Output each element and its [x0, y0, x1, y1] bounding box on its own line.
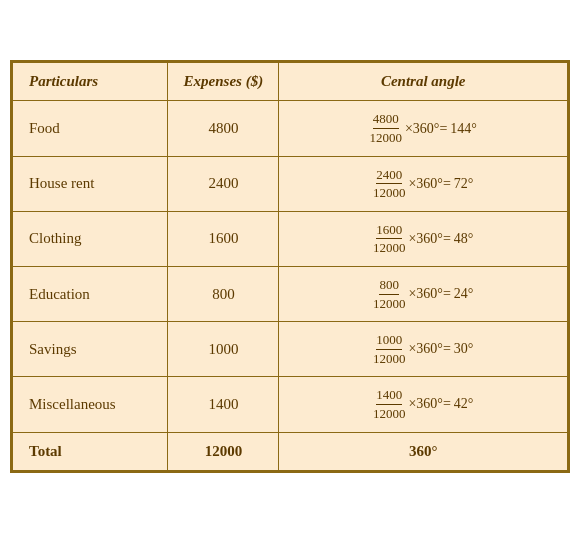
angle-cell: 240012000×360°=72° — [279, 156, 568, 211]
times-sign: ×360°= — [408, 341, 450, 357]
table-row: Clothing1600160012000×360°=48° — [13, 211, 568, 266]
fraction: 240012000 — [373, 167, 406, 201]
times-sign: ×360°= — [408, 176, 450, 192]
header-particulars: Particulars — [13, 63, 168, 101]
header-expenses: Expenses ($) — [168, 63, 279, 101]
angle-cell: 140012000×360°=42° — [279, 377, 568, 432]
total-label: Total — [13, 432, 168, 470]
particular-cell: Savings — [13, 322, 168, 377]
expense-cell: 4800 — [168, 101, 279, 156]
particular-cell: Clothing — [13, 211, 168, 266]
fraction: 80012000 — [373, 277, 406, 311]
expenses-table: Particulars Expenses ($) Central angle F… — [12, 62, 568, 470]
expense-cell: 1000 — [168, 322, 279, 377]
angle-result: 72° — [454, 176, 474, 192]
header-central-angle: Central angle — [279, 63, 568, 101]
expense-cell: 800 — [168, 267, 279, 322]
angle-cell: 480012000×360°=144° — [279, 101, 568, 156]
table-row: Food4800480012000×360°=144° — [13, 101, 568, 156]
total-expense: 12000 — [168, 432, 279, 470]
particular-cell: Miscellaneous — [13, 377, 168, 432]
angle-cell: 100012000×360°=30° — [279, 322, 568, 377]
table-row: House rent2400240012000×360°=72° — [13, 156, 568, 211]
angle-result: 30° — [454, 341, 474, 357]
header-row: Particulars Expenses ($) Central angle — [13, 63, 568, 101]
angle-result: 48° — [454, 231, 474, 247]
angle-result: 42° — [454, 396, 474, 412]
angle-cell: 160012000×360°=48° — [279, 211, 568, 266]
table-row: Education80080012000×360°=24° — [13, 267, 568, 322]
total-angle: 360° — [279, 432, 568, 470]
particular-cell: Food — [13, 101, 168, 156]
particular-cell: House rent — [13, 156, 168, 211]
fraction: 160012000 — [373, 222, 406, 256]
angle-cell: 80012000×360°=24° — [279, 267, 568, 322]
times-sign: ×360°= — [408, 231, 450, 247]
table-row: Savings1000100012000×360°=30° — [13, 322, 568, 377]
table-row: Miscellaneous1400140012000×360°=42° — [13, 377, 568, 432]
fraction: 100012000 — [373, 332, 406, 366]
times-sign: ×360°= — [405, 121, 447, 137]
particular-cell: Education — [13, 267, 168, 322]
expense-cell: 1600 — [168, 211, 279, 266]
times-sign: ×360°= — [408, 286, 450, 302]
fraction: 480012000 — [369, 111, 402, 145]
expense-cell: 2400 — [168, 156, 279, 211]
expense-cell: 1400 — [168, 377, 279, 432]
angle-result: 144° — [450, 121, 477, 137]
fraction: 140012000 — [373, 387, 406, 421]
total-row: Total 12000 360° — [13, 432, 568, 470]
times-sign: ×360°= — [408, 396, 450, 412]
table-container: Particulars Expenses ($) Central angle F… — [10, 60, 570, 472]
angle-result: 24° — [454, 286, 474, 302]
